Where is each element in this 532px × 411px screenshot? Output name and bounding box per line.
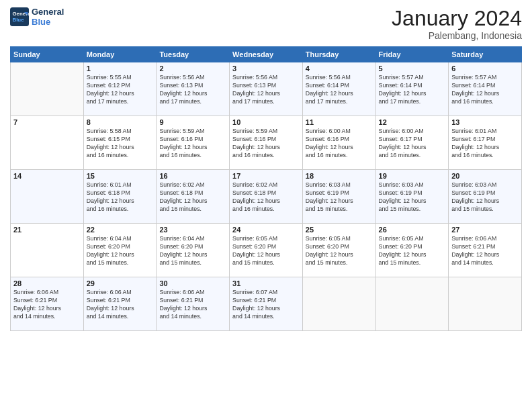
- day-number: 8: [87, 118, 154, 126]
- calendar-cell: [11, 62, 84, 116]
- day-number: 9: [159, 118, 226, 126]
- calendar-cell: 29Sunrise: 6:06 AMSunset: 6:21 PMDayligh…: [83, 277, 157, 331]
- day-info: Sunrise: 5:58 AMSunset: 6:15 PMDaylight:…: [87, 128, 154, 160]
- logo-text-general: General: [32, 7, 64, 17]
- day-number: 28: [13, 279, 81, 287]
- col-friday: Friday: [375, 47, 449, 62]
- calendar-cell: 8Sunrise: 5:58 AMSunset: 6:15 PMDaylight…: [83, 116, 157, 170]
- day-info: Sunrise: 5:59 AMSunset: 6:16 PMDaylight:…: [159, 128, 226, 160]
- day-info: Sunrise: 5:59 AMSunset: 6:16 PMDaylight:…: [232, 128, 300, 160]
- calendar-week-row: 2122Sunrise: 6:04 AMSunset: 6:20 PMDayli…: [11, 224, 522, 277]
- day-info: Sunrise: 5:56 AMSunset: 6:14 PMDaylight:…: [306, 74, 373, 106]
- day-info: Sunrise: 6:01 AMSunset: 6:17 PMDaylight:…: [451, 128, 519, 160]
- day-number: 25: [306, 226, 373, 234]
- month-title: January 2024: [392, 7, 522, 30]
- col-saturday: Saturday: [449, 47, 522, 62]
- day-number: 2: [159, 64, 226, 73]
- day-number: 15: [87, 172, 154, 180]
- day-info: Sunrise: 6:06 AMSunset: 6:21 PMDaylight:…: [87, 289, 154, 321]
- calendar-week-row: 1Sunrise: 5:55 AMSunset: 6:12 PMDaylight…: [11, 62, 522, 116]
- calendar-header: Sunday Monday Tuesday Wednesday Thursday…: [11, 47, 522, 62]
- day-info: Sunrise: 5:55 AMSunset: 6:12 PMDaylight:…: [87, 74, 154, 106]
- calendar-cell: 6Sunrise: 5:57 AMSunset: 6:14 PMDaylight…: [449, 62, 522, 116]
- calendar-cell: 3Sunrise: 5:56 AMSunset: 6:13 PMDaylight…: [230, 62, 303, 116]
- calendar-cell: 21: [11, 224, 84, 277]
- calendar-cell: 1Sunrise: 5:55 AMSunset: 6:12 PMDaylight…: [83, 62, 157, 116]
- day-info: Sunrise: 5:57 AMSunset: 6:14 PMDaylight:…: [451, 74, 519, 106]
- calendar-cell: 28Sunrise: 6:06 AMSunset: 6:21 PMDayligh…: [11, 277, 84, 331]
- calendar-cell: [449, 277, 522, 331]
- day-number: 14: [13, 172, 81, 180]
- calendar-cell: 17Sunrise: 6:02 AMSunset: 6:18 PMDayligh…: [230, 170, 303, 224]
- location: Palembang, Indonesia: [392, 30, 522, 41]
- calendar-cell: 9Sunrise: 5:59 AMSunset: 6:16 PMDaylight…: [157, 116, 230, 170]
- calendar-cell: 27Sunrise: 6:06 AMSunset: 6:21 PMDayligh…: [449, 224, 522, 277]
- day-info: Sunrise: 6:04 AMSunset: 6:20 PMDaylight:…: [159, 235, 226, 267]
- calendar-cell: 11Sunrise: 6:00 AMSunset: 6:16 PMDayligh…: [302, 116, 375, 170]
- svg-text:Blue: Blue: [13, 17, 25, 23]
- calendar-cell: 30Sunrise: 6:06 AMSunset: 6:21 PMDayligh…: [157, 277, 230, 331]
- day-number: 16: [159, 172, 226, 180]
- calendar-cell: 10Sunrise: 5:59 AMSunset: 6:16 PMDayligh…: [230, 116, 303, 170]
- day-number: 27: [451, 226, 519, 234]
- day-info: Sunrise: 6:02 AMSunset: 6:18 PMDaylight:…: [232, 181, 300, 214]
- day-info: Sunrise: 6:03 AMSunset: 6:19 PMDaylight:…: [306, 181, 373, 214]
- calendar-week-row: 1415Sunrise: 6:01 AMSunset: 6:18 PMDayli…: [11, 170, 522, 224]
- calendar-cell: [375, 277, 449, 331]
- day-number: 29: [87, 279, 154, 287]
- col-monday: Monday: [83, 47, 157, 62]
- day-info: Sunrise: 5:56 AMSunset: 6:13 PMDaylight:…: [159, 74, 226, 106]
- day-info: Sunrise: 6:05 AMSunset: 6:20 PMDaylight:…: [379, 235, 446, 267]
- calendar-cell: 23Sunrise: 6:04 AMSunset: 6:20 PMDayligh…: [157, 224, 230, 277]
- calendar-week-row: 28Sunrise: 6:06 AMSunset: 6:21 PMDayligh…: [11, 277, 522, 331]
- day-info: Sunrise: 6:00 AMSunset: 6:16 PMDaylight:…: [306, 128, 373, 160]
- day-info: Sunrise: 6:02 AMSunset: 6:18 PMDaylight:…: [159, 181, 226, 214]
- calendar-cell: 16Sunrise: 6:02 AMSunset: 6:18 PMDayligh…: [157, 170, 230, 224]
- day-info: Sunrise: 6:03 AMSunset: 6:19 PMDaylight:…: [379, 181, 446, 214]
- day-info: Sunrise: 6:03 AMSunset: 6:19 PMDaylight:…: [451, 181, 519, 214]
- day-number: 11: [306, 118, 373, 126]
- calendar-cell: 5Sunrise: 5:57 AMSunset: 6:14 PMDaylight…: [375, 62, 449, 116]
- logo-text-blue: Blue: [32, 17, 64, 27]
- calendar-cell: 18Sunrise: 6:03 AMSunset: 6:19 PMDayligh…: [302, 170, 375, 224]
- calendar-cell: 24Sunrise: 6:05 AMSunset: 6:20 PMDayligh…: [230, 224, 303, 277]
- day-info: Sunrise: 6:06 AMSunset: 6:21 PMDaylight:…: [451, 235, 519, 267]
- day-number: 23: [159, 226, 226, 234]
- day-number: 5: [379, 64, 446, 73]
- logo: General Blue General Blue: [10, 7, 64, 27]
- col-wednesday: Wednesday: [230, 47, 303, 62]
- day-info: Sunrise: 6:00 AMSunset: 6:17 PMDaylight:…: [379, 128, 446, 160]
- calendar-cell: 7: [11, 116, 84, 170]
- col-thursday: Thursday: [302, 47, 375, 62]
- day-number: 10: [232, 118, 300, 126]
- day-info: Sunrise: 6:01 AMSunset: 6:18 PMDaylight:…: [87, 181, 154, 214]
- page-header: General Blue General Blue January 2024 P…: [10, 7, 522, 41]
- day-number: 20: [451, 172, 519, 180]
- col-sunday: Sunday: [11, 47, 84, 62]
- day-number: 18: [306, 172, 373, 180]
- calendar-cell: [302, 277, 375, 331]
- day-number: 1: [87, 64, 154, 73]
- day-info: Sunrise: 6:05 AMSunset: 6:20 PMDaylight:…: [232, 235, 300, 267]
- calendar-table: Sunday Monday Tuesday Wednesday Thursday…: [10, 46, 522, 331]
- day-number: 4: [306, 64, 373, 73]
- day-info: Sunrise: 6:06 AMSunset: 6:21 PMDaylight:…: [159, 289, 226, 321]
- day-number: 3: [232, 64, 300, 73]
- calendar-cell: 20Sunrise: 6:03 AMSunset: 6:19 PMDayligh…: [449, 170, 522, 224]
- calendar-cell: 26Sunrise: 6:05 AMSunset: 6:20 PMDayligh…: [375, 224, 449, 277]
- calendar-cell: 15Sunrise: 6:01 AMSunset: 6:18 PMDayligh…: [83, 170, 157, 224]
- day-number: 17: [232, 172, 300, 180]
- day-number: 19: [379, 172, 446, 180]
- calendar-cell: 31Sunrise: 6:07 AMSunset: 6:21 PMDayligh…: [230, 277, 303, 331]
- day-info: Sunrise: 6:04 AMSunset: 6:20 PMDaylight:…: [87, 235, 154, 267]
- calendar-cell: 14: [11, 170, 84, 224]
- calendar-cell: 13Sunrise: 6:01 AMSunset: 6:17 PMDayligh…: [449, 116, 522, 170]
- calendar-cell: 19Sunrise: 6:03 AMSunset: 6:19 PMDayligh…: [375, 170, 449, 224]
- header-row: Sunday Monday Tuesday Wednesday Thursday…: [11, 47, 522, 62]
- day-number: 6: [451, 64, 519, 73]
- day-info: Sunrise: 6:07 AMSunset: 6:21 PMDaylight:…: [232, 289, 300, 321]
- title-block: January 2024 Palembang, Indonesia: [392, 7, 522, 41]
- day-info: Sunrise: 5:57 AMSunset: 6:14 PMDaylight:…: [379, 74, 446, 106]
- calendar-week-row: 78Sunrise: 5:58 AMSunset: 6:15 PMDayligh…: [11, 116, 522, 170]
- calendar-cell: 12Sunrise: 6:00 AMSunset: 6:17 PMDayligh…: [375, 116, 449, 170]
